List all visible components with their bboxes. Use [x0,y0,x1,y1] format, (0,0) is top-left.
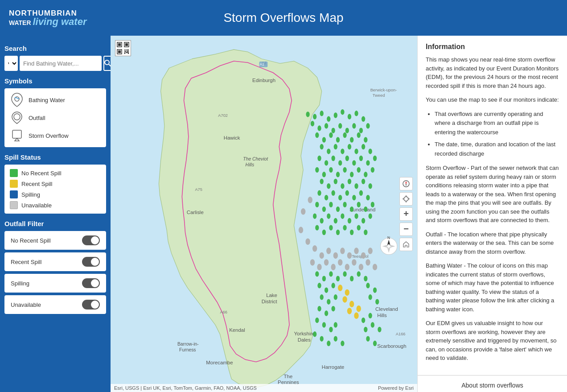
svg-point-90 [352,160,356,165]
unavailable-dot [10,201,18,209]
svg-point-100 [357,167,361,173]
info-bullets: That overflows are currently operating a… [435,110,559,159]
svg-point-63 [331,128,335,133]
svg-point-116 [352,195,356,200]
search-button[interactable] [103,56,111,71]
svg-point-143 [357,225,361,230]
svg-point-142 [350,230,353,235]
svg-point-135 [362,218,365,223]
spill-status-panel: No Recent Spill Recent Spill Spilling Un… [4,165,106,214]
svg-text:Lake: Lake [266,293,277,298]
svg-point-195 [331,306,335,311]
svg-point-51 [306,111,309,117]
svg-text:The Cheviot: The Cheviot [243,157,268,161]
recent-spill-dot [10,180,18,188]
svg-text:Teespool: Teespool [352,254,368,259]
svg-point-82 [354,149,358,154]
svg-point-56 [341,109,344,115]
filter-recent-spill-label: Recent Spill [11,259,41,265]
svg-point-91 [359,156,363,161]
map-controls: + − [399,177,413,251]
search-dropdown[interactable]: ▾ [4,56,18,71]
svg-point-175 [315,271,319,276]
svg-point-122 [336,206,340,212]
info-para2: You can use the map to see if our monito… [426,95,559,104]
svg-point-150 [320,252,324,259]
svg-text:Edinburgh: Edinburgh [252,78,275,83]
svg-point-61 [317,125,321,131]
svg-marker-5 [15,138,19,141]
svg-point-117 [359,190,363,196]
svg-point-112 [325,195,328,200]
svg-point-87 [331,156,335,161]
svg-text:Hawick: Hawick [224,135,240,140]
svg-point-105 [334,179,337,184]
no-recent-spill-dot [10,169,18,177]
svg-point-149 [312,245,317,252]
map-background: Edinburgh A702 Hawick The Cheviot Hills … [111,36,417,392]
map-container[interactable]: Edinburgh A702 Hawick The Cheviot Hills … [111,36,417,392]
svg-text:Scarborough: Scarborough [377,343,406,349]
svg-point-65 [345,128,349,133]
svg-point-113 [331,190,335,196]
recent-spill-label: Recent Spill [21,181,52,187]
filter-unavailable-label: Unavailable [11,301,41,308]
svg-text:Barrow-in-: Barrow-in- [177,342,199,347]
svg-point-169 [345,289,349,296]
svg-point-180 [350,276,353,281]
svg-point-183 [317,283,321,288]
svg-point-174 [357,305,361,312]
svg-point-52 [313,114,316,119]
logo-living: living water [33,16,86,27]
svg-text:A66: A66 [220,310,227,314]
main-layout: Search ▾ Symbols [0,36,567,392]
svg-point-173 [354,313,358,319]
svg-point-196 [362,318,365,323]
filter-no-recent-spill-toggle[interactable] [82,235,100,245]
filter-recent-spill-toggle[interactable] [82,257,100,267]
svg-point-124 [350,206,353,212]
svg-point-107 [348,179,351,184]
svg-rect-18 [126,52,129,53]
svg-point-53 [320,111,324,116]
home-btn[interactable] [399,238,413,251]
about-storm-overflows-button[interactable]: About storm overflows [418,375,567,392]
svg-point-78 [327,149,330,154]
search-icon [104,60,111,67]
compass-btn[interactable] [399,177,413,190]
info-para5: Bathing Water - The colour of icons on t… [426,261,559,314]
search-input[interactable] [20,56,102,71]
svg-point-136 [369,213,372,219]
svg-point-134 [354,213,358,219]
zoom-in-btn[interactable]: + [399,207,413,221]
svg-point-92 [366,160,370,165]
filter-spilling-toggle[interactable] [82,278,100,288]
svg-point-151 [326,248,331,254]
svg-point-178 [336,276,340,281]
zoom-out-btn[interactable]: − [399,223,413,236]
svg-point-204 [378,327,381,332]
svg-point-130 [327,213,330,219]
svg-point-84 [369,149,372,154]
svg-text:A166: A166 [396,332,406,336]
svg-point-69 [315,132,319,138]
svg-point-197 [369,313,372,318]
filter-unavailable-toggle[interactable] [82,300,100,309]
svg-point-96 [329,167,333,173]
svg-text:Berwick-upon-: Berwick-upon- [370,88,397,92]
info-bullet-1: That overflows are currently operating a… [435,110,559,137]
svg-point-81 [348,144,351,149]
svg-point-139 [329,225,333,230]
svg-point-54 [327,116,330,122]
svg-point-179 [343,271,346,276]
svg-point-140 [336,230,340,235]
spill-recent: Recent Spill [10,180,101,188]
svg-point-115 [345,190,349,196]
svg-point-118 [366,195,370,200]
search-box: ▾ [4,56,106,71]
svg-point-188 [320,294,324,300]
logo: NORTHUMBRIAN WATER living water [9,9,86,27]
symbols-label: Symbols [4,77,106,85]
locate-btn[interactable] [399,192,413,206]
svg-point-0 [105,60,109,65]
